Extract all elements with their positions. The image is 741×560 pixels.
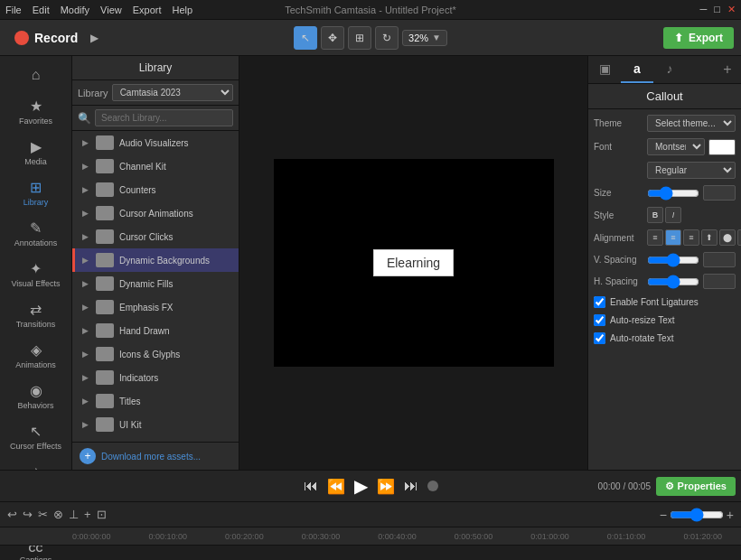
delete-button[interactable]: ⊗	[53, 508, 63, 521]
zoom-out-button[interactable]: −	[660, 508, 667, 522]
zoom-in-button[interactable]: +	[727, 508, 734, 522]
hspacing-slider[interactable]	[647, 275, 699, 289]
library-list-item[interactable]: ▶ Dynamic Fills	[72, 272, 239, 295]
sidebar-item-favorites[interactable]: ★ Favorites	[4, 92, 69, 131]
library-list-item[interactable]: ▶ Icons & Glyphs	[72, 342, 239, 366]
menu-modify[interactable]: Modify	[61, 5, 89, 15]
add-asset-button[interactable]: +	[80, 448, 96, 464]
move-tool[interactable]: ✥	[321, 26, 344, 50]
snap-button[interactable]: ⊡	[97, 508, 107, 521]
sidebar-item-cursor-effects[interactable]: ↖ Cursor Effects	[4, 417, 69, 456]
autoresize-checkbox[interactable]	[594, 314, 605, 326]
video-canvas[interactable]: Elearning	[274, 159, 554, 367]
expand-arrow: ▶	[82, 350, 89, 359]
split-button[interactable]: ⊥	[69, 508, 79, 521]
library-list-item[interactable]: ▶ UI Kit	[72, 413, 239, 436]
restore-btn[interactable]: □	[714, 4, 720, 15]
download-assets-link[interactable]: Download more assets...	[101, 452, 201, 462]
library-list-item[interactable]: ▶ Dynamic Backgrounds	[72, 248, 239, 272]
sidebar-item-library[interactable]: ⊞ Library	[4, 173, 69, 212]
select-tool[interactable]: ↖	[294, 26, 317, 50]
ligatures-checkbox[interactable]	[594, 296, 605, 308]
library-list-item[interactable]: ▶ Hand Drawn	[72, 319, 239, 342]
zoom-dropdown-arrow[interactable]: ▼	[432, 33, 441, 42]
library-list-item[interactable]: ▶ Cursor Animations	[72, 201, 239, 225]
sidebar-item-transitions[interactable]: ⇄ Transitions	[4, 295, 69, 334]
play-button[interactable]: ▶	[354, 475, 368, 497]
font-dropdown[interactable]: Montserrat	[647, 138, 705, 155]
rtab-add-button[interactable]: +	[714, 56, 741, 83]
vspacing-input[interactable]: 0.00	[703, 252, 736, 267]
rtab-callout[interactable]: a	[621, 56, 653, 83]
rtab-video[interactable]: ▣	[588, 56, 621, 83]
search-icon: 🔍	[78, 112, 91, 125]
cut-button[interactable]: ✂	[38, 508, 48, 521]
step-forward-button[interactable]: ⏩	[377, 478, 395, 495]
align-left-button[interactable]: ≡	[647, 229, 663, 246]
zoom-slider[interactable]	[670, 508, 724, 522]
sidebar-item-media[interactable]: ▶ Media	[4, 133, 69, 172]
italic-button[interactable]: I	[665, 207, 681, 223]
add-track-button[interactable]: +	[84, 508, 91, 521]
library-list-item[interactable]: ▶ Indicators	[72, 366, 239, 389]
theme-dropdown[interactable]: Select theme...	[647, 115, 736, 132]
vspacing-slider[interactable]	[647, 253, 699, 267]
autorotate-checkbox[interactable]	[594, 332, 605, 344]
minimize-btn[interactable]: ─	[700, 4, 708, 15]
timeline: ↩ ↪ ✂ ⊗ ⊥ + ⊡ − + 0:00:00:000:00:10:000:…	[0, 502, 741, 560]
library-item-label: Audio Visualizers	[119, 138, 189, 148]
menu-export[interactable]: Export	[133, 5, 162, 15]
bold-button[interactable]: B	[647, 207, 663, 223]
autorotate-row: Auto-rotate Text	[594, 331, 736, 345]
menu-file[interactable]: File	[5, 5, 22, 15]
font-color-picker[interactable]	[708, 139, 736, 155]
crop-tool[interactable]: ⊞	[348, 26, 371, 50]
library-list-item[interactable]: ▶ Audio Visualizers	[72, 131, 239, 154]
zoom-control[interactable]: 32% ▼	[402, 30, 447, 46]
search-input[interactable]	[95, 109, 233, 126]
step-back-button[interactable]: ⏪	[327, 478, 345, 495]
folder-icon	[96, 135, 114, 150]
skip-back-button[interactable]: ⏮	[304, 478, 318, 494]
menu-help[interactable]: Help	[173, 5, 193, 15]
align-top-button[interactable]: ⬆	[701, 229, 718, 246]
library-list-item[interactable]: ▶ Emphasis FX	[72, 295, 239, 319]
library-footer: + Download more assets...	[72, 442, 239, 470]
sidebar-item-annotations[interactable]: ✎ Annotations	[4, 214, 69, 253]
hspacing-input[interactable]: 0.00	[703, 274, 736, 289]
rotation-tool[interactable]: ↻	[375, 26, 399, 50]
app-title: TechSmith Camtasia - Untitled Project*	[285, 5, 456, 15]
library-dropdown[interactable]: Camtasia 2023	[112, 84, 233, 101]
skip-forward-button[interactable]: ⏭	[404, 478, 418, 494]
callout-element[interactable]: Elearning	[373, 249, 454, 276]
align-bottom-button[interactable]: ⬇	[737, 229, 741, 246]
sidebar-item-home[interactable]: ⌂	[4, 61, 69, 90]
align-center-button[interactable]: ≡	[665, 229, 681, 246]
record-button[interactable]: Record	[7, 27, 85, 49]
redo-button[interactable]: ↪	[23, 508, 33, 521]
font-style-dropdown[interactable]: Regular	[647, 162, 736, 179]
align-right-button[interactable]: ≡	[683, 229, 699, 246]
menu-edit[interactable]: Edit	[33, 5, 50, 15]
library-list-item[interactable]: ▶ Titles	[72, 389, 239, 413]
sidebar-item-animations[interactable]: ◈ Animations	[4, 336, 69, 375]
expand-arrow: ▶	[82, 279, 89, 288]
playhead-marker[interactable]	[427, 481, 438, 491]
properties-button[interactable]: ⚙ Properties	[656, 477, 736, 496]
sidebar-item-behaviors[interactable]: ◉ Behaviors	[4, 377, 69, 415]
size-slider[interactable]	[647, 186, 699, 201]
ligatures-label: Enable Font Ligatures	[610, 297, 699, 307]
size-input[interactable]: 64	[703, 185, 736, 201]
export-button[interactable]: ⬆ Export	[663, 27, 734, 49]
library-list-item[interactable]: ▶ Counters	[72, 178, 239, 201]
rtab-audio[interactable]: ♪	[653, 56, 686, 83]
menu-view[interactable]: View	[100, 5, 122, 15]
align-middle-button[interactable]: ⬤	[719, 229, 736, 246]
library-list-item[interactable]: ▶ Channel Kit	[72, 154, 239, 178]
close-btn[interactable]: ✕	[727, 4, 736, 15]
sidebar-item-visual-effects[interactable]: ✦ Visual Effects	[4, 255, 69, 294]
library-list-item[interactable]: ▶ Cursor Clicks	[72, 225, 239, 248]
library-item-label: Indicators	[119, 373, 158, 383]
undo-button[interactable]: ↩	[7, 508, 17, 521]
record-dropdown-arrow[interactable]: ▶	[90, 32, 98, 44]
